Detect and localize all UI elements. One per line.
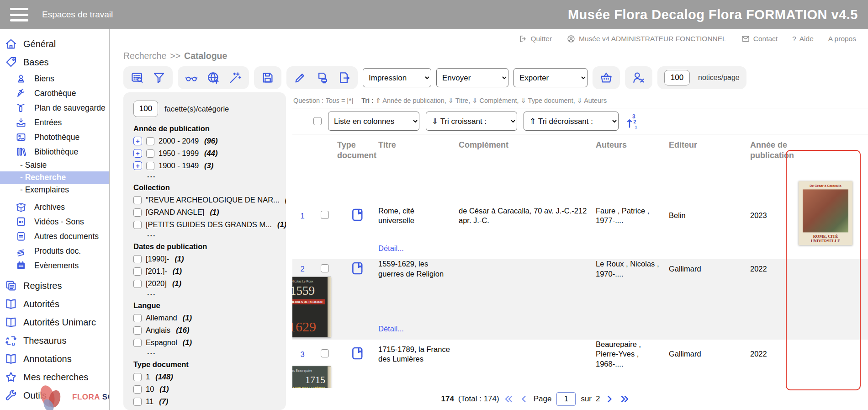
expand-plus-icon[interactable]: + bbox=[133, 149, 142, 158]
export-document-icon[interactable] bbox=[337, 71, 351, 85]
sidebar-item-autorit-s[interactable]: Autorités bbox=[0, 295, 109, 313]
facet-item-201[interactable]: [201.]-(1) bbox=[133, 265, 276, 277]
facet-checkbox[interactable] bbox=[146, 162, 154, 170]
row-number-link[interactable]: 1 bbox=[300, 212, 304, 220]
facet-checkbox[interactable] bbox=[133, 398, 142, 406]
sidebar-item-biens[interactable]: Biens bbox=[0, 71, 109, 86]
sidebar-item-g-n-ral[interactable]: Général bbox=[0, 35, 109, 53]
facet-more-link[interactable]: ... bbox=[147, 349, 276, 357]
sidebar-item-recherche[interactable]: - Recherche bbox=[0, 171, 109, 184]
next-page-icon[interactable] bbox=[604, 394, 615, 405]
cover-image bbox=[803, 189, 848, 232]
envoyer-select[interactable]: Envoyer bbox=[436, 68, 508, 87]
help-link[interactable]: ?Aide bbox=[792, 35, 814, 43]
print-document-icon[interactable] bbox=[315, 71, 329, 85]
row-checkbox[interactable] bbox=[321, 264, 329, 272]
facet-item-10[interactable]: 10(1) bbox=[133, 383, 276, 395]
sort-asc-select[interactable]: ⇓ Tri croissant : bbox=[426, 112, 517, 131]
facet-more-link[interactable]: ... bbox=[147, 231, 276, 239]
user-remove-icon[interactable] bbox=[632, 71, 646, 85]
select-all-checkbox[interactable] bbox=[313, 117, 322, 125]
user-account[interactable]: Musée v4 ADMINISTRATEUR FONCTIONNEL bbox=[566, 34, 726, 43]
quit-link[interactable]: Quitter bbox=[519, 34, 552, 43]
sidebar-item-bases[interactable]: Bases bbox=[0, 53, 109, 71]
first-page-icon[interactable] bbox=[503, 394, 514, 405]
facet-more-link[interactable]: ... bbox=[147, 290, 276, 298]
facet-item-2000-2049[interactable]: +2000 - 2049(96) bbox=[133, 135, 276, 147]
sidebar-item-plan-de-sauvegarde[interactable]: Plan de sauvegarde bbox=[0, 101, 109, 115]
facet-item-11[interactable]: 11(7) bbox=[133, 395, 276, 408]
exporter-select[interactable]: Exporter bbox=[513, 68, 587, 87]
sidebar-item-entr-es[interactable]: Entrées bbox=[0, 115, 109, 130]
facet-checkbox[interactable] bbox=[133, 326, 142, 335]
facet-item-allemand[interactable]: Allemand(1) bbox=[133, 312, 276, 324]
notices-per-page-input[interactable] bbox=[664, 70, 690, 85]
numeric-sort-icon[interactable]: 3 2 1 bbox=[625, 113, 640, 129]
facet-checkbox[interactable] bbox=[133, 221, 142, 229]
filter-icon[interactable] bbox=[152, 71, 166, 85]
sidebar-item-ev-nements[interactable]: Evènements bbox=[0, 258, 109, 273]
facet-checkbox[interactable] bbox=[133, 314, 142, 322]
expand-plus-icon[interactable]: + bbox=[133, 161, 142, 170]
facet-item-anglais[interactable]: Anglais(16) bbox=[133, 324, 276, 336]
sidebar-item-vid-os-sons[interactable]: Vidéos - Sons bbox=[0, 214, 109, 229]
detail-link[interactable]: Détail... bbox=[378, 244, 404, 253]
about-link[interactable]: A propos bbox=[828, 35, 856, 43]
facet-item-grand-angle[interactable]: [GRAND ANGLE](1) bbox=[133, 206, 276, 218]
facet-item-1950-1999[interactable]: +1950 - 1999(44) bbox=[133, 147, 276, 160]
row-checkbox[interactable] bbox=[321, 349, 329, 357]
sidebar-item-phototh-que[interactable]: Photothèque bbox=[0, 130, 109, 144]
save-icon[interactable] bbox=[261, 71, 275, 85]
sidebar-item-exemplaires[interactable]: - Exemplaires bbox=[0, 184, 109, 196]
facet-item-revue-archeologique-de-nar[interactable]: "REVUE ARCHEOLOGIQUE DE NAR...(1) bbox=[133, 194, 276, 206]
list-search-icon[interactable] bbox=[130, 71, 144, 85]
facet-checkbox[interactable] bbox=[133, 196, 142, 204]
facet-item-1[interactable]: 1(148) bbox=[133, 371, 276, 383]
facet-more-link[interactable]: ... bbox=[147, 408, 276, 410]
sidebar-item-autorit-s-unimarc[interactable]: Autorités Unimarc bbox=[0, 313, 109, 331]
facet-more-link[interactable]: ... bbox=[147, 172, 276, 180]
facet-checkbox[interactable] bbox=[133, 339, 142, 347]
contact-link[interactable]: Contact bbox=[741, 34, 778, 43]
sidebar-item-thesaurus[interactable]: ABThesaurus bbox=[0, 331, 109, 350]
facet-checkbox[interactable] bbox=[133, 385, 142, 394]
sidebar-item-archives[interactable]: Archives bbox=[0, 200, 109, 214]
globe-upload-icon[interactable] bbox=[206, 71, 220, 85]
impression-select[interactable]: Impression bbox=[363, 68, 431, 87]
hamburger-icon[interactable] bbox=[10, 8, 28, 21]
row-checkbox[interactable] bbox=[321, 211, 329, 219]
previous-page-icon[interactable] bbox=[519, 394, 529, 405]
row-number-link[interactable]: 2 bbox=[300, 265, 304, 273]
sidebar-item-caroth-que[interactable]: Carothèque bbox=[0, 86, 109, 101]
magic-wand-icon[interactable] bbox=[228, 71, 242, 85]
sidebar-item-registres[interactable]: Registres bbox=[0, 277, 109, 295]
facet-item-1990[interactable]: [1990]-(1) bbox=[133, 253, 276, 265]
basket-icon[interactable] bbox=[599, 71, 613, 85]
last-page-icon[interactable] bbox=[619, 394, 630, 405]
sidebar-item-annotations[interactable]: Annotations bbox=[0, 350, 109, 368]
sort-desc-select[interactable]: ⇑ Tri décroissant : bbox=[524, 112, 619, 131]
facet-checkbox[interactable] bbox=[133, 267, 142, 276]
view-mode-select[interactable]: Liste en colonnes bbox=[328, 112, 419, 131]
edit-pencil-icon[interactable] bbox=[293, 71, 307, 85]
facet-item-espagnol[interactable]: Espagnol(1) bbox=[133, 336, 276, 349]
facet-checkbox[interactable] bbox=[133, 373, 142, 381]
facet-item-petits-guides-des-grands-m[interactable]: [PETITS GUIDES DES GRANDS M...(1) bbox=[133, 218, 276, 231]
sidebar-item-produits-doc[interactable]: Produits doc. bbox=[0, 244, 109, 258]
sidebar-item-autres-documents[interactable]: Autres documents bbox=[0, 229, 109, 244]
facet-checkbox[interactable] bbox=[133, 255, 142, 263]
page-input[interactable] bbox=[556, 392, 576, 406]
facet-checkbox[interactable] bbox=[133, 280, 142, 288]
expand-plus-icon[interactable]: + bbox=[133, 137, 142, 145]
row-number-link[interactable]: 3 bbox=[300, 350, 304, 358]
sidebar-item-saisie[interactable]: - Saisie bbox=[0, 159, 109, 171]
sidebar-item-biblioth-que[interactable]: Bibliothèque bbox=[0, 144, 109, 159]
facet-checkbox[interactable] bbox=[146, 149, 154, 158]
glasses-icon[interactable] bbox=[185, 71, 198, 85]
facet-checkbox[interactable] bbox=[146, 137, 154, 145]
facet-count-input[interactable] bbox=[133, 101, 158, 117]
detail-link[interactable]: Détail... bbox=[378, 325, 404, 333]
facet-item-2020[interactable]: [2020](1) bbox=[133, 277, 276, 290]
facet-item-1900-1949[interactable]: +1900 - 1949(3) bbox=[133, 160, 276, 172]
facet-checkbox[interactable] bbox=[133, 208, 142, 217]
